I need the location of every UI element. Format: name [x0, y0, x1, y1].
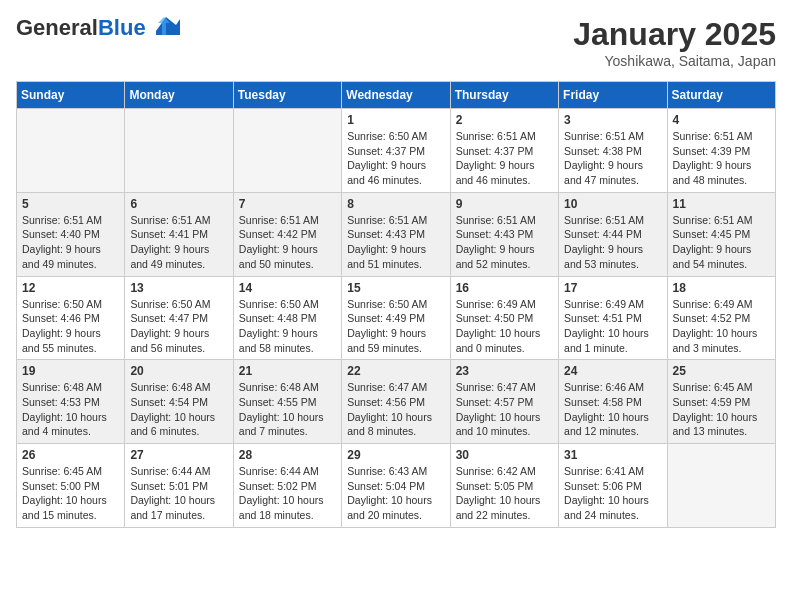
calendar-cell: 23Sunrise: 6:47 AM Sunset: 4:57 PM Dayli… — [450, 360, 558, 444]
day-number: 15 — [347, 281, 444, 295]
day-number: 9 — [456, 197, 553, 211]
calendar-cell: 27Sunrise: 6:44 AM Sunset: 5:01 PM Dayli… — [125, 444, 233, 528]
calendar-week-row: 26Sunrise: 6:45 AM Sunset: 5:00 PM Dayli… — [17, 444, 776, 528]
title-block: January 2025 Yoshikawa, Saitama, Japan — [573, 16, 776, 69]
day-number: 12 — [22, 281, 119, 295]
day-detail: Sunrise: 6:48 AM Sunset: 4:55 PM Dayligh… — [239, 380, 336, 439]
day-number: 13 — [130, 281, 227, 295]
weekday-header-friday: Friday — [559, 82, 667, 109]
calendar-cell: 17Sunrise: 6:49 AM Sunset: 4:51 PM Dayli… — [559, 276, 667, 360]
day-number: 1 — [347, 113, 444, 127]
day-detail: Sunrise: 6:47 AM Sunset: 4:57 PM Dayligh… — [456, 380, 553, 439]
calendar-cell: 21Sunrise: 6:48 AM Sunset: 4:55 PM Dayli… — [233, 360, 341, 444]
day-number: 2 — [456, 113, 553, 127]
calendar-cell: 18Sunrise: 6:49 AM Sunset: 4:52 PM Dayli… — [667, 276, 775, 360]
day-detail: Sunrise: 6:51 AM Sunset: 4:45 PM Dayligh… — [673, 213, 770, 272]
calendar-cell — [667, 444, 775, 528]
day-detail: Sunrise: 6:51 AM Sunset: 4:39 PM Dayligh… — [673, 129, 770, 188]
day-detail: Sunrise: 6:43 AM Sunset: 5:04 PM Dayligh… — [347, 464, 444, 523]
day-number: 16 — [456, 281, 553, 295]
day-number: 10 — [564, 197, 661, 211]
day-number: 19 — [22, 364, 119, 378]
day-detail: Sunrise: 6:48 AM Sunset: 4:54 PM Dayligh… — [130, 380, 227, 439]
day-number: 17 — [564, 281, 661, 295]
day-number: 18 — [673, 281, 770, 295]
day-number: 3 — [564, 113, 661, 127]
calendar-week-row: 1Sunrise: 6:50 AM Sunset: 4:37 PM Daylig… — [17, 109, 776, 193]
calendar-cell: 13Sunrise: 6:50 AM Sunset: 4:47 PM Dayli… — [125, 276, 233, 360]
day-detail: Sunrise: 6:49 AM Sunset: 4:52 PM Dayligh… — [673, 297, 770, 356]
calendar-cell — [125, 109, 233, 193]
day-detail: Sunrise: 6:48 AM Sunset: 4:53 PM Dayligh… — [22, 380, 119, 439]
day-detail: Sunrise: 6:51 AM Sunset: 4:43 PM Dayligh… — [347, 213, 444, 272]
day-number: 29 — [347, 448, 444, 462]
day-detail: Sunrise: 6:42 AM Sunset: 5:05 PM Dayligh… — [456, 464, 553, 523]
svg-marker-0 — [156, 17, 180, 35]
logo-blue: Blue — [98, 15, 146, 40]
day-number: 24 — [564, 364, 661, 378]
calendar-cell: 30Sunrise: 6:42 AM Sunset: 5:05 PM Dayli… — [450, 444, 558, 528]
day-detail: Sunrise: 6:45 AM Sunset: 4:59 PM Dayligh… — [673, 380, 770, 439]
calendar-cell: 10Sunrise: 6:51 AM Sunset: 4:44 PM Dayli… — [559, 192, 667, 276]
day-detail: Sunrise: 6:47 AM Sunset: 4:56 PM Dayligh… — [347, 380, 444, 439]
day-number: 26 — [22, 448, 119, 462]
calendar-cell: 4Sunrise: 6:51 AM Sunset: 4:39 PM Daylig… — [667, 109, 775, 193]
weekday-header-saturday: Saturday — [667, 82, 775, 109]
day-detail: Sunrise: 6:46 AM Sunset: 4:58 PM Dayligh… — [564, 380, 661, 439]
day-detail: Sunrise: 6:50 AM Sunset: 4:49 PM Dayligh… — [347, 297, 444, 356]
calendar-cell: 9Sunrise: 6:51 AM Sunset: 4:43 PM Daylig… — [450, 192, 558, 276]
day-detail: Sunrise: 6:51 AM Sunset: 4:42 PM Dayligh… — [239, 213, 336, 272]
day-detail: Sunrise: 6:51 AM Sunset: 4:37 PM Dayligh… — [456, 129, 553, 188]
calendar-cell: 14Sunrise: 6:50 AM Sunset: 4:48 PM Dayli… — [233, 276, 341, 360]
day-number: 28 — [239, 448, 336, 462]
day-number: 5 — [22, 197, 119, 211]
calendar-cell: 7Sunrise: 6:51 AM Sunset: 4:42 PM Daylig… — [233, 192, 341, 276]
day-number: 30 — [456, 448, 553, 462]
calendar-cell: 15Sunrise: 6:50 AM Sunset: 4:49 PM Dayli… — [342, 276, 450, 360]
location: Yoshikawa, Saitama, Japan — [573, 53, 776, 69]
day-detail: Sunrise: 6:51 AM Sunset: 4:40 PM Dayligh… — [22, 213, 119, 272]
day-number: 21 — [239, 364, 336, 378]
calendar-cell: 19Sunrise: 6:48 AM Sunset: 4:53 PM Dayli… — [17, 360, 125, 444]
calendar-cell: 12Sunrise: 6:50 AM Sunset: 4:46 PM Dayli… — [17, 276, 125, 360]
logo: GeneralBlue — [16, 16, 180, 40]
page-header: GeneralBlue January 2025 Yoshikawa, Sait… — [16, 16, 776, 69]
day-number: 4 — [673, 113, 770, 127]
day-detail: Sunrise: 6:45 AM Sunset: 5:00 PM Dayligh… — [22, 464, 119, 523]
logo-icon — [148, 13, 180, 35]
day-detail: Sunrise: 6:41 AM Sunset: 5:06 PM Dayligh… — [564, 464, 661, 523]
day-number: 27 — [130, 448, 227, 462]
calendar-cell: 24Sunrise: 6:46 AM Sunset: 4:58 PM Dayli… — [559, 360, 667, 444]
day-number: 11 — [673, 197, 770, 211]
day-number: 31 — [564, 448, 661, 462]
day-number: 6 — [130, 197, 227, 211]
day-number: 22 — [347, 364, 444, 378]
calendar-cell: 5Sunrise: 6:51 AM Sunset: 4:40 PM Daylig… — [17, 192, 125, 276]
day-detail: Sunrise: 6:49 AM Sunset: 4:51 PM Dayligh… — [564, 297, 661, 356]
calendar-cell: 22Sunrise: 6:47 AM Sunset: 4:56 PM Dayli… — [342, 360, 450, 444]
calendar-cell: 1Sunrise: 6:50 AM Sunset: 4:37 PM Daylig… — [342, 109, 450, 193]
day-detail: Sunrise: 6:51 AM Sunset: 4:43 PM Dayligh… — [456, 213, 553, 272]
weekday-header-row: SundayMondayTuesdayWednesdayThursdayFrid… — [17, 82, 776, 109]
day-number: 14 — [239, 281, 336, 295]
day-number: 7 — [239, 197, 336, 211]
calendar-week-row: 19Sunrise: 6:48 AM Sunset: 4:53 PM Dayli… — [17, 360, 776, 444]
calendar-cell: 29Sunrise: 6:43 AM Sunset: 5:04 PM Dayli… — [342, 444, 450, 528]
day-number: 25 — [673, 364, 770, 378]
calendar-cell: 3Sunrise: 6:51 AM Sunset: 4:38 PM Daylig… — [559, 109, 667, 193]
day-detail: Sunrise: 6:51 AM Sunset: 4:44 PM Dayligh… — [564, 213, 661, 272]
day-detail: Sunrise: 6:50 AM Sunset: 4:48 PM Dayligh… — [239, 297, 336, 356]
calendar-cell: 11Sunrise: 6:51 AM Sunset: 4:45 PM Dayli… — [667, 192, 775, 276]
day-detail: Sunrise: 6:50 AM Sunset: 4:37 PM Dayligh… — [347, 129, 444, 188]
calendar-cell: 25Sunrise: 6:45 AM Sunset: 4:59 PM Dayli… — [667, 360, 775, 444]
weekday-header-monday: Monday — [125, 82, 233, 109]
day-detail: Sunrise: 6:50 AM Sunset: 4:46 PM Dayligh… — [22, 297, 119, 356]
day-number: 20 — [130, 364, 227, 378]
calendar-cell — [233, 109, 341, 193]
weekday-header-wednesday: Wednesday — [342, 82, 450, 109]
calendar-cell: 28Sunrise: 6:44 AM Sunset: 5:02 PM Dayli… — [233, 444, 341, 528]
calendar-cell: 31Sunrise: 6:41 AM Sunset: 5:06 PM Dayli… — [559, 444, 667, 528]
calendar-cell — [17, 109, 125, 193]
logo-text: GeneralBlue — [16, 16, 146, 40]
weekday-header-sunday: Sunday — [17, 82, 125, 109]
